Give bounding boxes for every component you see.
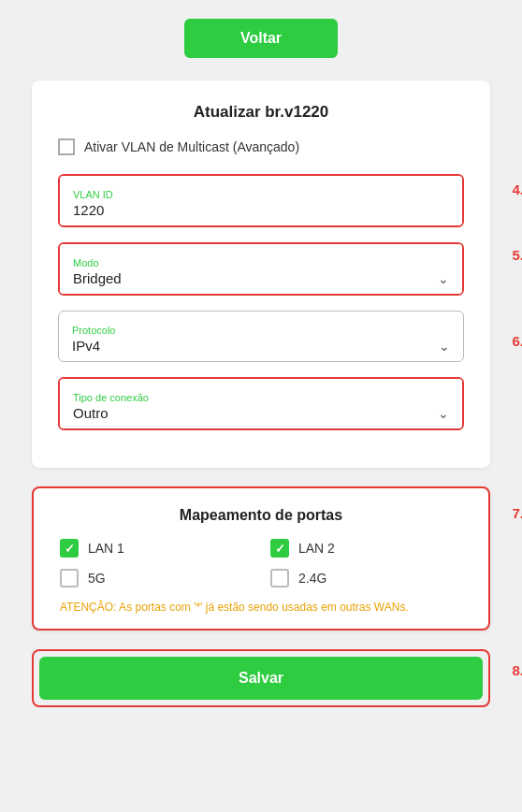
port-24g[interactable]: 2.4G (270, 569, 462, 587)
annotation-7: 7. (512, 505, 522, 521)
port-lan2[interactable]: LAN 2 (270, 539, 462, 558)
protocolo-label: Protocolo (72, 325, 450, 336)
ports-grid: LAN 1 LAN 2 5G 2.4G (60, 539, 462, 587)
port-5g-checkbox[interactable] (60, 569, 79, 587)
tipo-conexao-value: Outro (73, 405, 109, 421)
vlan-id-value: 1220 (73, 202, 449, 218)
annotation-8: 8. (512, 662, 522, 678)
tipo-conexao-field[interactable]: Tipo de conexão Outro ⌄ (58, 377, 464, 430)
modo-field[interactable]: Modo Bridged ⌄ (58, 242, 464, 296)
port-lan1-label: LAN 1 (88, 541, 124, 556)
multicast-checkbox[interactable] (58, 138, 75, 155)
salvar-button[interactable]: Salvar (39, 657, 483, 700)
port-lan1-checkbox[interactable] (60, 539, 79, 558)
protocolo-field[interactable]: Protocolo IPv4 ⌄ (58, 311, 464, 362)
protocolo-value: IPv4 (72, 338, 100, 354)
port-24g-label: 2.4G (298, 571, 326, 586)
modo-label: Modo (73, 257, 449, 268)
voltar-button[interactable]: Voltar (184, 19, 338, 58)
annotation-5: 5. (512, 247, 522, 263)
port-5g[interactable]: 5G (60, 569, 252, 587)
main-card: Atualizar br.v1220 Ativar VLAN de Multic… (32, 80, 490, 468)
port-lan2-checkbox[interactable] (270, 539, 289, 558)
port-warning: ATENÇÃO: As portas com '*' já estão send… (60, 601, 462, 614)
port-24g-checkbox[interactable] (270, 569, 289, 587)
port-5g-label: 5G (88, 571, 106, 586)
salvar-outer-border: Salvar (32, 649, 490, 707)
vlan-id-field[interactable]: VLAN ID 1220 (58, 174, 464, 227)
card-title: Atualizar br.v1220 (58, 103, 464, 122)
tipo-conexao-chevron-icon: ⌄ (438, 406, 449, 421)
tipo-conexao-label: Tipo de conexão (73, 392, 449, 403)
annotation-4: 4. (512, 181, 522, 197)
modo-value: Bridged (73, 270, 122, 286)
port-lan2-label: LAN 2 (298, 541, 335, 556)
multicast-checkbox-label: Ativar VLAN de Multicast (Avançado) (84, 139, 299, 154)
vlan-id-label: VLAN ID (73, 189, 449, 200)
protocolo-chevron-icon: ⌄ (439, 339, 450, 354)
port-mapping-card: Mapeamento de portas LAN 1 LAN 2 5G 2.4G… (32, 486, 490, 631)
annotation-6: 6. (512, 333, 522, 349)
modo-chevron-icon: ⌄ (438, 271, 449, 286)
port-mapping-title: Mapeamento de portas (60, 507, 462, 524)
port-lan1[interactable]: LAN 1 (60, 539, 252, 558)
multicast-checkbox-row[interactable]: Ativar VLAN de Multicast (Avançado) (58, 138, 464, 155)
